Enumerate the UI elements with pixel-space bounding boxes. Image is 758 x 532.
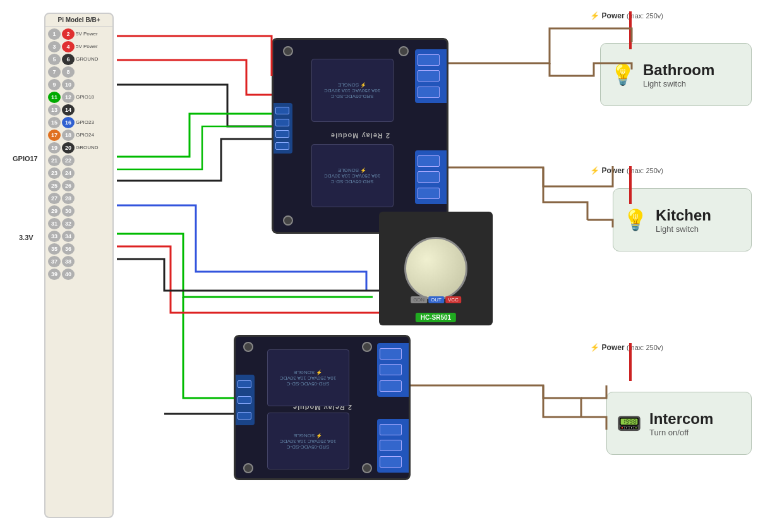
pin-1: 1 bbox=[48, 28, 61, 40]
pin-9: 9 bbox=[48, 79, 61, 90]
gpio-row-15-16: 15 16 GPIO23 bbox=[48, 116, 110, 128]
pin-20: 20 bbox=[62, 142, 75, 154]
intercom-device-card: 📟 Intercom Turn on/off bbox=[606, 392, 752, 455]
pin-23: 23 bbox=[48, 167, 61, 179]
pir-label: HC-SR501 bbox=[416, 313, 456, 322]
gpio-row-39-40: 39 40 bbox=[48, 268, 110, 280]
pin-2-label: 5V Power bbox=[76, 31, 110, 37]
pin-7: 7 bbox=[48, 66, 61, 78]
gpio-row-21-22: 21 22 bbox=[48, 154, 110, 166]
pin-39: 39 bbox=[48, 269, 61, 280]
relay-top-label: 2 Relay Module bbox=[330, 132, 390, 140]
bathroom-info: Bathroom Light switch bbox=[643, 61, 714, 88]
pin-5: 5 bbox=[48, 54, 61, 65]
pin-16-label: GPIO23 bbox=[76, 119, 110, 125]
pin-18: 18 bbox=[62, 130, 75, 141]
gpio17-label: GPIO17 bbox=[13, 155, 38, 162]
pin-14: 14 bbox=[62, 104, 75, 116]
kitchen-name: Kitchen bbox=[656, 207, 711, 224]
pin-35: 35 bbox=[48, 243, 61, 255]
pin-19: 19 bbox=[48, 142, 61, 154]
pin-24: 24 bbox=[62, 167, 75, 179]
pin-22: 22 bbox=[62, 155, 75, 166]
pin-27: 27 bbox=[48, 193, 61, 204]
power-bar-bottom bbox=[629, 343, 632, 381]
bathroom-icon: 💡 bbox=[610, 63, 635, 87]
power-bar-top bbox=[629, 11, 632, 49]
pin-32: 32 bbox=[62, 218, 75, 229]
pin-26: 26 bbox=[62, 180, 75, 191]
pin-34: 34 bbox=[62, 231, 75, 242]
gpio-row-19-20: 19 20 GROUND bbox=[48, 142, 110, 154]
gpio-row-17-18: 17 18 GPIO24 bbox=[48, 129, 110, 141]
pin-13: 13 bbox=[48, 104, 61, 116]
gpio-row-35-36: 35 36 bbox=[48, 243, 110, 255]
board-title: Pi Model B/B+ bbox=[45, 14, 112, 27]
power-label-middle: ⚡ Power (max: 250v) bbox=[590, 166, 663, 175]
v33-label: 3.3V bbox=[19, 234, 33, 241]
pin-29: 29 bbox=[48, 205, 61, 217]
kitchen-icon: 💡 bbox=[623, 208, 648, 232]
intercom-icon: 📟 bbox=[617, 411, 642, 435]
pin-11: 11 bbox=[48, 92, 61, 103]
pin-6: 6 bbox=[62, 54, 75, 65]
kitchen-info: Kitchen Light switch bbox=[656, 207, 711, 234]
relay-module-bottom: 2 Relay Module SRD-05VDC-SD-C10A 250VAC … bbox=[234, 335, 411, 480]
gpio-row-33-34: 33 34 bbox=[48, 230, 110, 242]
pin-40: 40 bbox=[62, 269, 75, 280]
pin-28: 28 bbox=[62, 193, 75, 204]
gpio-row-9-10: 9 10 bbox=[48, 78, 110, 90]
gpio-row-5-6: 5 6 GROUND bbox=[48, 53, 110, 65]
kitchen-device-card: 💡 Kitchen Light switch bbox=[613, 188, 752, 251]
gpio-row-3-4: 3 4 5V Power bbox=[48, 40, 110, 52]
pin-30: 30 bbox=[62, 205, 75, 217]
pin-38: 38 bbox=[62, 256, 75, 267]
gpio-row-31-32: 31 32 bbox=[48, 217, 110, 229]
bathroom-name: Bathroom bbox=[643, 61, 714, 79]
power-label-bottom: ⚡ Power (max: 250v) bbox=[590, 343, 663, 352]
pin-18-label: GPIO24 bbox=[76, 132, 110, 138]
pin-20-label: GROUND bbox=[76, 145, 110, 150]
bathroom-device-card: 💡 Bathroom Light switch bbox=[600, 43, 752, 106]
pin-8: 8 bbox=[62, 66, 75, 78]
pin-2: 2 bbox=[62, 28, 75, 40]
pin-37: 37 bbox=[48, 256, 61, 267]
gpio-row-1-2: 1 2 5V Power bbox=[48, 28, 110, 40]
intercom-name: Intercom bbox=[649, 410, 713, 428]
pin-31: 31 bbox=[48, 218, 61, 229]
pin-16: 16 bbox=[62, 117, 75, 128]
pin-12-label: GPIO18 bbox=[76, 94, 110, 100]
intercom-info: Intercom Turn on/off bbox=[649, 410, 713, 437]
gpio-row-7-8: 7 8 bbox=[48, 66, 110, 78]
pin-36: 36 bbox=[62, 243, 75, 255]
gpio-row-25-26: 25 26 bbox=[48, 179, 110, 191]
pin-15: 15 bbox=[48, 117, 61, 128]
pir-sensor: GDN OUT VCC HC-SR501 bbox=[379, 212, 493, 325]
pin-4-label: 5V Power bbox=[76, 44, 110, 49]
pin-33: 33 bbox=[48, 231, 61, 242]
gpio-row-11-12: 11 12 GPIO18 bbox=[48, 91, 110, 103]
gpio-row-37-38: 37 38 bbox=[48, 255, 110, 267]
pin-10: 10 bbox=[62, 79, 75, 90]
relay-module-top: 2 Relay Module SRD-05VDC-SD-C10A 250VAC … bbox=[272, 38, 448, 234]
kitchen-desc: Light switch bbox=[656, 224, 711, 234]
pin-3: 3 bbox=[48, 41, 61, 52]
power-label-top: ⚡ Power (max: 250v) bbox=[590, 11, 663, 20]
gpio-row-23-24: 23 24 bbox=[48, 167, 110, 179]
gpio-pin-rows: 1 2 5V Power 3 4 5V Power 5 6 GROUND 7 8… bbox=[45, 27, 112, 281]
bathroom-desc: Light switch bbox=[643, 79, 714, 88]
gpio-row-29-30: 29 30 bbox=[48, 205, 110, 217]
pin-25: 25 bbox=[48, 180, 61, 191]
pin-17: 17 bbox=[48, 130, 61, 141]
gpio-row-13-14: 13 14 bbox=[48, 104, 110, 116]
intercom-desc: Turn on/off bbox=[649, 428, 713, 437]
pin-21: 21 bbox=[48, 155, 61, 166]
gpio-board: Pi Model B/B+ 1 2 5V Power 3 4 5V Power … bbox=[44, 13, 114, 518]
pin-12: 12 bbox=[62, 92, 75, 103]
pin-6-label: GROUND bbox=[76, 56, 110, 62]
pir-dome bbox=[404, 237, 467, 300]
gpio-row-27-28: 27 28 bbox=[48, 192, 110, 204]
power-bar-middle bbox=[629, 166, 632, 204]
pin-4: 4 bbox=[62, 41, 75, 52]
